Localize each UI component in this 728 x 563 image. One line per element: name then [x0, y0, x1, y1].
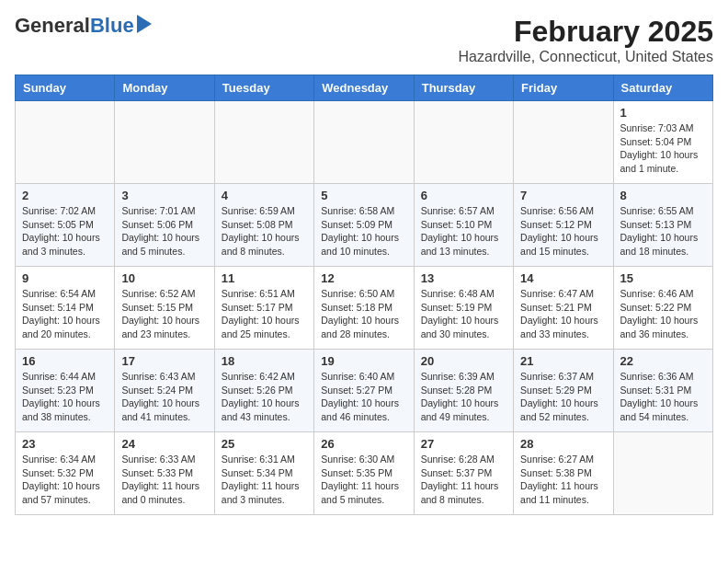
logo-arrow-icon	[137, 15, 152, 33]
day-cell-6: 6Sunrise: 6:57 AM Sunset: 5:10 PM Daylig…	[414, 184, 513, 267]
day-cell-14: 14Sunrise: 6:47 AM Sunset: 5:21 PM Dayli…	[514, 267, 613, 350]
day-cell-17: 17Sunrise: 6:43 AM Sunset: 5:24 PM Dayli…	[115, 350, 214, 432]
day-cell-18: 18Sunrise: 6:42 AM Sunset: 5:26 PM Dayli…	[214, 350, 313, 432]
day-number: 17	[121, 354, 207, 368]
day-info: Sunrise: 6:47 AM Sunset: 5:21 PM Dayligh…	[520, 287, 606, 341]
empty-cell	[514, 101, 613, 184]
page-header: GeneralBlue February 2025 Hazardville, C…	[15, 15, 713, 65]
weekday-header-monday: Monday	[115, 75, 214, 101]
day-number: 25	[222, 437, 307, 451]
day-cell-20: 20Sunrise: 6:39 AM Sunset: 5:28 PM Dayli…	[414, 350, 513, 432]
day-cell-7: 7Sunrise: 6:56 AM Sunset: 5:12 PM Daylig…	[514, 184, 613, 267]
day-number: 11	[222, 271, 307, 285]
day-info: Sunrise: 6:31 AM Sunset: 5:34 PM Dayligh…	[222, 453, 307, 507]
empty-cell	[214, 101, 313, 184]
day-number: 22	[620, 354, 706, 368]
day-number: 24	[121, 437, 207, 451]
day-number: 21	[520, 354, 606, 368]
day-info: Sunrise: 6:27 AM Sunset: 5:38 PM Dayligh…	[520, 453, 606, 507]
day-info: Sunrise: 6:37 AM Sunset: 5:29 PM Dayligh…	[520, 370, 606, 424]
day-cell-24: 24Sunrise: 6:33 AM Sunset: 5:33 PM Dayli…	[115, 432, 214, 515]
week-row-1: 1Sunrise: 7:03 AM Sunset: 5:04 PM Daylig…	[16, 101, 713, 184]
day-cell-25: 25Sunrise: 6:31 AM Sunset: 5:34 PM Dayli…	[214, 432, 313, 515]
weekday-header-saturday: Saturday	[613, 75, 712, 101]
day-cell-26: 26Sunrise: 6:30 AM Sunset: 5:35 PM Dayli…	[314, 432, 414, 515]
day-info: Sunrise: 6:59 AM Sunset: 5:08 PM Dayligh…	[222, 204, 307, 259]
day-info: Sunrise: 6:39 AM Sunset: 5:28 PM Dayligh…	[421, 370, 506, 424]
day-cell-4: 4Sunrise: 6:59 AM Sunset: 5:08 PM Daylig…	[214, 184, 313, 267]
day-number: 23	[22, 437, 108, 451]
day-info: Sunrise: 6:55 AM Sunset: 5:13 PM Dayligh…	[620, 204, 706, 259]
day-cell-11: 11Sunrise: 6:51 AM Sunset: 5:17 PM Dayli…	[214, 267, 313, 350]
empty-cell	[613, 432, 712, 515]
day-cell-19: 19Sunrise: 6:40 AM Sunset: 5:27 PM Dayli…	[314, 350, 414, 432]
empty-cell	[314, 101, 414, 184]
day-info: Sunrise: 6:28 AM Sunset: 5:37 PM Dayligh…	[421, 453, 506, 507]
empty-cell	[115, 101, 214, 184]
day-cell-21: 21Sunrise: 6:37 AM Sunset: 5:29 PM Dayli…	[514, 350, 613, 432]
day-cell-16: 16Sunrise: 6:44 AM Sunset: 5:23 PM Dayli…	[16, 350, 115, 432]
week-row-3: 9Sunrise: 6:54 AM Sunset: 5:14 PM Daylig…	[16, 267, 713, 350]
day-info: Sunrise: 7:02 AM Sunset: 5:05 PM Dayligh…	[22, 204, 108, 259]
day-info: Sunrise: 6:57 AM Sunset: 5:10 PM Dayligh…	[421, 204, 506, 259]
week-row-5: 23Sunrise: 6:34 AM Sunset: 5:32 PM Dayli…	[16, 432, 713, 515]
weekday-header-thursday: Thursday	[414, 75, 513, 101]
day-number: 6	[421, 189, 506, 202]
day-info: Sunrise: 6:52 AM Sunset: 5:15 PM Dayligh…	[121, 287, 207, 341]
weekday-header-friday: Friday	[514, 75, 613, 101]
day-number: 15	[620, 271, 706, 285]
title-block: February 2025 Hazardville, Connecticut, …	[459, 15, 713, 65]
logo-general: General	[15, 14, 90, 37]
day-number: 3	[121, 189, 207, 202]
day-number: 10	[121, 271, 207, 285]
day-number: 5	[321, 189, 406, 202]
day-cell-8: 8Sunrise: 6:55 AM Sunset: 5:13 PM Daylig…	[613, 184, 712, 267]
day-info: Sunrise: 7:01 AM Sunset: 5:06 PM Dayligh…	[121, 204, 207, 259]
weekday-header-sunday: Sunday	[16, 75, 115, 101]
day-info: Sunrise: 6:50 AM Sunset: 5:18 PM Dayligh…	[321, 287, 406, 341]
day-number: 9	[22, 271, 108, 285]
logo-blue: Blue	[90, 14, 134, 37]
day-info: Sunrise: 6:36 AM Sunset: 5:31 PM Dayligh…	[620, 370, 706, 424]
day-cell-13: 13Sunrise: 6:48 AM Sunset: 5:19 PM Dayli…	[414, 267, 513, 350]
day-info: Sunrise: 6:48 AM Sunset: 5:19 PM Dayligh…	[421, 287, 506, 341]
day-number: 13	[421, 271, 506, 285]
day-cell-3: 3Sunrise: 7:01 AM Sunset: 5:06 PM Daylig…	[115, 184, 214, 267]
day-number: 27	[421, 437, 506, 451]
day-number: 26	[321, 437, 406, 451]
day-info: Sunrise: 6:58 AM Sunset: 5:09 PM Dayligh…	[321, 204, 406, 259]
day-info: Sunrise: 6:34 AM Sunset: 5:32 PM Dayligh…	[22, 453, 108, 507]
weekday-header-tuesday: Tuesday	[214, 75, 313, 101]
day-cell-9: 9Sunrise: 6:54 AM Sunset: 5:14 PM Daylig…	[16, 267, 115, 350]
day-info: Sunrise: 6:54 AM Sunset: 5:14 PM Dayligh…	[22, 287, 108, 341]
week-row-4: 16Sunrise: 6:44 AM Sunset: 5:23 PM Dayli…	[16, 350, 713, 432]
day-cell-12: 12Sunrise: 6:50 AM Sunset: 5:18 PM Dayli…	[314, 267, 414, 350]
day-cell-2: 2Sunrise: 7:02 AM Sunset: 5:05 PM Daylig…	[16, 184, 115, 267]
logo: GeneralBlue	[15, 15, 152, 37]
weekday-header-row: SundayMondayTuesdayWednesdayThursdayFrid…	[16, 75, 713, 101]
day-info: Sunrise: 6:56 AM Sunset: 5:12 PM Dayligh…	[520, 204, 606, 259]
empty-cell	[16, 101, 115, 184]
day-info: Sunrise: 6:30 AM Sunset: 5:35 PM Dayligh…	[321, 453, 406, 507]
day-number: 28	[520, 437, 606, 451]
day-cell-23: 23Sunrise: 6:34 AM Sunset: 5:32 PM Dayli…	[16, 432, 115, 515]
day-number: 16	[22, 354, 108, 368]
day-cell-27: 27Sunrise: 6:28 AM Sunset: 5:37 PM Dayli…	[414, 432, 513, 515]
day-number: 7	[520, 189, 606, 202]
day-info: Sunrise: 6:46 AM Sunset: 5:22 PM Dayligh…	[620, 287, 706, 341]
day-number: 14	[520, 271, 606, 285]
day-number: 2	[22, 189, 108, 202]
day-cell-1: 1Sunrise: 7:03 AM Sunset: 5:04 PM Daylig…	[613, 101, 712, 184]
day-number: 12	[321, 271, 406, 285]
day-info: Sunrise: 6:51 AM Sunset: 5:17 PM Dayligh…	[222, 287, 307, 341]
day-cell-10: 10Sunrise: 6:52 AM Sunset: 5:15 PM Dayli…	[115, 267, 214, 350]
calendar-subtitle: Hazardville, Connecticut, United States	[459, 49, 713, 65]
day-number: 4	[222, 189, 307, 202]
day-info: Sunrise: 6:40 AM Sunset: 5:27 PM Dayligh…	[321, 370, 406, 424]
day-number: 20	[421, 354, 506, 368]
day-info: Sunrise: 6:44 AM Sunset: 5:23 PM Dayligh…	[22, 370, 108, 424]
calendar-table: SundayMondayTuesdayWednesdayThursdayFrid…	[15, 75, 713, 515]
day-number: 19	[321, 354, 406, 368]
day-cell-22: 22Sunrise: 6:36 AM Sunset: 5:31 PM Dayli…	[613, 350, 712, 432]
day-info: Sunrise: 6:33 AM Sunset: 5:33 PM Dayligh…	[121, 453, 207, 507]
